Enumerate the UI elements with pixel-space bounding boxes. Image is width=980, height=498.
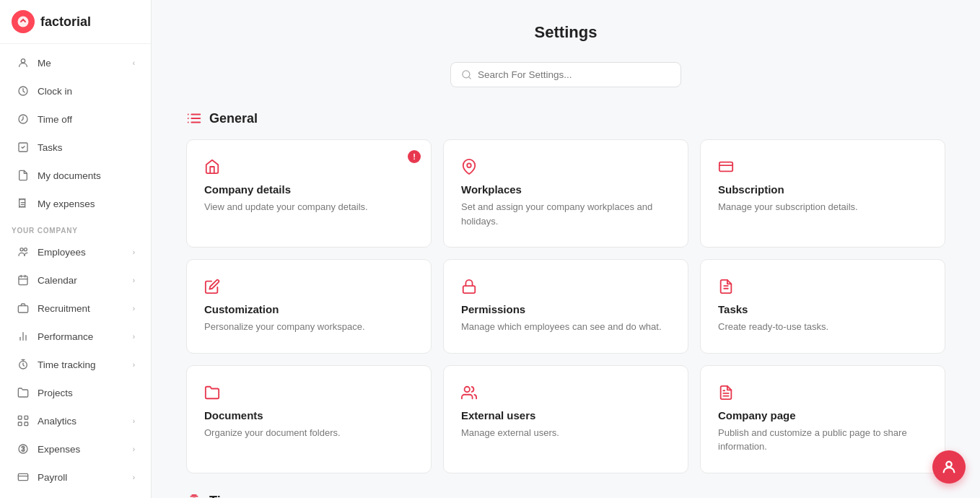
sidebar-item-documents[interactable]: Documents ›: [4, 492, 146, 498]
sidebar-item-expenses-label: Expenses: [38, 444, 133, 455]
svg-point-0: [18, 17, 29, 27]
svg-point-7: [20, 248, 23, 251]
card-subscription[interactable]: Subscription Manage your subscription de…: [700, 139, 945, 248]
card-company-page[interactable]: Company page Publish and customize a pub…: [700, 365, 945, 473]
card-tasks-desc: Create ready-to-use tasks.: [718, 320, 927, 334]
briefcase-icon: [16, 301, 30, 315]
card-workplaces-title: Workplaces: [461, 183, 670, 196]
chevron-recruitment-icon: ›: [133, 305, 135, 313]
card-documents-title: Documents: [204, 409, 414, 421]
svg-point-51: [946, 462, 951, 467]
svg-rect-20: [18, 422, 22, 426]
card-company-details-desc: View and update your company details.: [204, 200, 414, 214]
logo-text: factorial: [40, 14, 91, 30]
sidebar-item-time-tracking[interactable]: Time tracking ›: [4, 351, 146, 378]
card-company-details-title: Company details: [204, 183, 414, 196]
workplaces-icon: [461, 159, 670, 175]
svg-point-41: [467, 163, 471, 167]
svg-point-8: [24, 248, 27, 251]
analytics-icon: [16, 414, 30, 428]
svg-point-1: [21, 59, 25, 63]
card-permissions-desc: Manage which employees can see and do wh…: [461, 320, 670, 334]
search-bar[interactable]: [450, 62, 681, 87]
check-square-icon: [16, 140, 30, 154]
customization-icon: [204, 279, 414, 294]
sidebar-item-employees[interactable]: Employees ›: [4, 238, 146, 266]
card-customization-desc: Personalize your company workspace.: [204, 320, 414, 334]
sidebar-item-time-off-label: Time off: [38, 114, 135, 125]
svg-line-34: [468, 77, 471, 79]
timer-icon: [16, 357, 30, 372]
sidebar-item-clock-in[interactable]: Clock in: [4, 77, 146, 105]
sidebar-item-recruitment[interactable]: Recruitment ›: [4, 294, 146, 322]
card-external-users-title: External users: [461, 409, 670, 421]
sidebar-item-projects-label: Projects: [38, 388, 135, 398]
time-section-title: Time: [209, 494, 240, 498]
user-icon: [16, 56, 30, 70]
clock-icon: [16, 84, 30, 98]
help-avatar-button[interactable]: [932, 450, 966, 484]
card-customization[interactable]: Customization Personalize your company w…: [186, 259, 432, 354]
card-customization-title: Customization: [204, 303, 414, 315]
calendar-icon: [16, 273, 30, 287]
card-company-page-title: Company page: [718, 409, 927, 421]
sidebar-item-my-documents-label: My documents: [38, 170, 135, 181]
sidebar-item-analytics-label: Analytics: [38, 416, 133, 427]
sidebar-item-payroll[interactable]: Payroll ›: [4, 463, 146, 491]
card-tasks[interactable]: Tasks Create ready-to-use tasks.: [700, 259, 945, 354]
sidebar-item-time-off[interactable]: Time off: [4, 105, 146, 133]
folder-icon: [16, 385, 30, 400]
general-cards-grid: ! Company details View and update your c…: [186, 139, 945, 473]
file-icon: [16, 168, 30, 183]
time-section-icon: [186, 494, 202, 499]
sidebar-logo[interactable]: factorial: [0, 0, 151, 44]
sidebar-item-clock-in-label: Clock in: [38, 86, 135, 97]
sidebar-item-my-expenses[interactable]: My expenses: [4, 190, 146, 217]
sidebar-item-my-expenses-label: My expenses: [38, 198, 135, 209]
sidebar-item-tasks[interactable]: Tasks: [4, 134, 146, 161]
svg-rect-18: [18, 416, 22, 419]
card-permissions[interactable]: Permissions Manage which employees can s…: [443, 259, 688, 354]
svg-rect-42: [719, 162, 732, 172]
payroll-icon: [16, 470, 30, 484]
company-details-icon: [204, 159, 414, 175]
documents-card-icon: [204, 385, 414, 401]
sidebar-item-analytics[interactable]: Analytics ›: [4, 407, 146, 434]
sidebar-item-projects[interactable]: Projects: [4, 379, 146, 406]
svg-rect-23: [18, 473, 27, 480]
search-input[interactable]: [478, 69, 670, 80]
company-page-icon: [718, 385, 927, 401]
external-users-icon: [461, 385, 670, 401]
help-avatar-icon: [941, 459, 957, 475]
sidebar-item-my-documents[interactable]: My documents: [4, 162, 146, 189]
card-external-users[interactable]: External users Manage external users.: [443, 365, 688, 473]
time-section-header: Time: [186, 494, 945, 499]
tasks-card-icon: [718, 279, 927, 294]
permissions-icon: [461, 279, 670, 294]
card-documents-desc: Organize your document folders.: [204, 426, 414, 440]
dollar-icon: [16, 442, 30, 456]
general-section-title: General: [209, 111, 258, 126]
logo-icon: [12, 10, 35, 33]
card-workplaces-desc: Set and assign your company workplaces a…: [461, 200, 670, 228]
sidebar-item-expenses[interactable]: Expenses ›: [4, 435, 146, 463]
sidebar-item-calendar[interactable]: Calendar ›: [4, 266, 146, 294]
card-subscription-title: Subscription: [718, 183, 927, 196]
sidebar-item-me-label: Me: [38, 58, 133, 69]
sidebar-item-me[interactable]: Me ‹: [4, 49, 146, 77]
sidebar-item-performance[interactable]: Performance ›: [4, 323, 146, 350]
card-external-users-desc: Manage external users.: [461, 426, 670, 440]
chevron-payroll-icon: ›: [133, 473, 135, 481]
sidebar-item-time-tracking-label: Time tracking: [38, 359, 133, 370]
svg-rect-44: [463, 286, 476, 293]
svg-rect-9: [19, 276, 27, 285]
chevron-analytics-icon: ›: [133, 417, 135, 425]
card-documents[interactable]: Documents Organize your document folders…: [186, 365, 432, 473]
card-company-details[interactable]: ! Company details View and update your c…: [186, 139, 432, 248]
chevron-expenses-icon: ›: [133, 445, 135, 453]
svg-rect-21: [25, 422, 28, 426]
receipt-icon: [16, 196, 30, 211]
card-workplaces[interactable]: Workplaces Set and assign your company w…: [443, 139, 688, 248]
sidebar-item-performance-label: Performance: [38, 331, 133, 342]
subscription-icon: [718, 159, 927, 175]
